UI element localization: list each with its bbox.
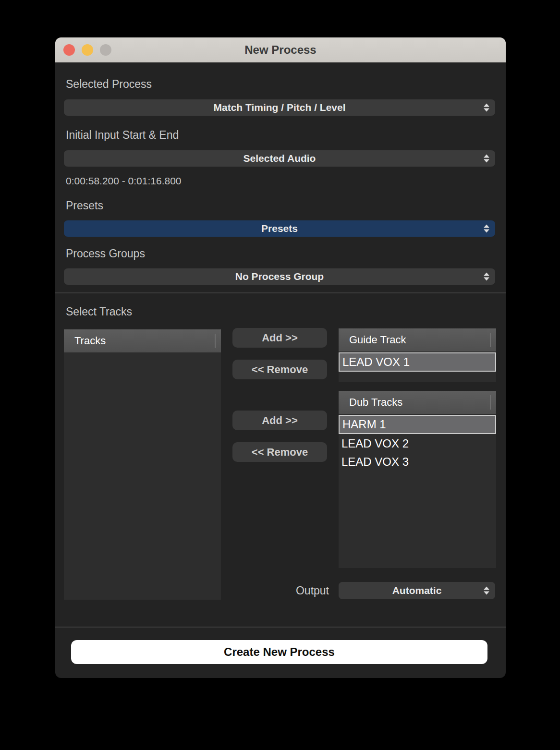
bottom-divider	[55, 627, 506, 628]
output-value: Automatic	[392, 585, 442, 596]
create-new-process-button[interactable]: Create New Process	[71, 640, 487, 664]
section-divider	[55, 292, 506, 293]
dub-tracks-header: Dub Tracks	[339, 391, 496, 414]
list-item[interactable]: HARM 1	[339, 415, 496, 434]
guide-track-header: Guide Track	[339, 328, 496, 351]
initial-input-dropdown[interactable]: Selected Audio	[64, 150, 495, 167]
dub-remove-button[interactable]: << Remove	[232, 442, 327, 462]
list-item[interactable]: LEAD VOX 3	[339, 453, 496, 471]
input-time-range: 0:00:58.200 - 0:01:16.800	[66, 175, 182, 187]
list-item[interactable]: LEAD VOX 1	[339, 352, 496, 372]
stepper-icon	[484, 587, 489, 595]
output-dropdown[interactable]: Automatic	[339, 582, 495, 599]
new-process-dialog: New Process Selected Process Match Timin…	[55, 37, 506, 678]
window-title: New Process	[244, 43, 316, 57]
traffic-lights	[63, 37, 111, 62]
guide-track-list[interactable]: LEAD VOX 1	[339, 352, 496, 372]
list-item[interactable]: LEAD VOX 2	[339, 435, 496, 452]
zoom-button-icon	[100, 44, 111, 56]
guide-track-panel: Guide Track LEAD VOX 1	[339, 328, 496, 382]
presets-dropdown[interactable]: Presets	[64, 220, 495, 237]
initial-input-value: Selected Audio	[243, 153, 316, 164]
dub-tracks-header-label: Dub Tracks	[349, 396, 402, 409]
process-groups-label: Process Groups	[66, 247, 145, 260]
presets-value: Presets	[261, 223, 298, 234]
presets-label: Presets	[66, 199, 103, 212]
process-groups-value: No Process Group	[235, 271, 324, 282]
stepper-icon	[484, 225, 489, 233]
guide-remove-button[interactable]: << Remove	[232, 360, 327, 379]
available-tracks-panel: Tracks	[64, 329, 221, 600]
minimize-button-icon[interactable]	[82, 44, 93, 56]
guide-track-header-label: Guide Track	[349, 334, 406, 346]
dub-add-button[interactable]: Add >>	[232, 411, 327, 430]
available-tracks-header-label: Tracks	[74, 335, 106, 347]
selected-process-label: Selected Process	[66, 78, 152, 91]
dub-track-list[interactable]: HARM 1LEAD VOX 2LEAD VOX 3	[339, 415, 496, 471]
title-bar[interactable]: New Process	[55, 37, 506, 62]
guide-add-button[interactable]: Add >>	[232, 328, 327, 348]
close-button-icon[interactable]	[63, 44, 75, 56]
select-tracks-heading: Select Tracks	[66, 305, 132, 318]
dub-tracks-panel: Dub Tracks HARM 1LEAD VOX 2LEAD VOX 3	[339, 391, 496, 568]
process-groups-dropdown[interactable]: No Process Group	[64, 268, 495, 285]
output-label: Output	[247, 584, 329, 597]
initial-input-label: Initial Input Start & End	[66, 129, 179, 142]
stepper-icon	[484, 104, 489, 112]
selected-process-value: Match Timing / Pitch / Level	[214, 102, 346, 113]
stepper-icon	[484, 273, 489, 281]
stepper-icon	[484, 155, 489, 163]
available-tracks-header: Tracks	[64, 329, 221, 352]
selected-process-dropdown[interactable]: Match Timing / Pitch / Level	[64, 99, 495, 116]
